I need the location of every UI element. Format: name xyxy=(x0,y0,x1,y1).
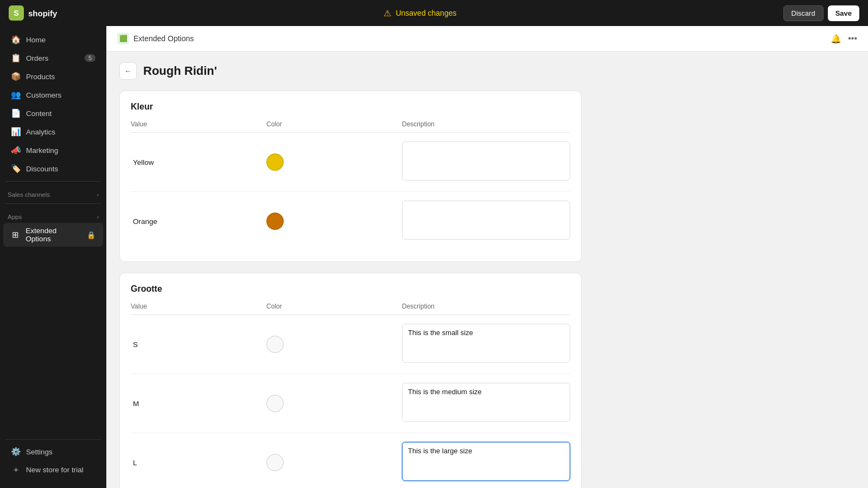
sidebar-item-orders[interactable]: 📋 Orders 5 xyxy=(3,49,103,67)
value-cell: Yellow xyxy=(131,158,266,166)
color-swatch-s[interactable] xyxy=(266,336,284,353)
bell-icon[interactable]: 🔔 xyxy=(831,34,841,44)
sidebar-bottom: ⚙️ Settings ＋ New store for trial xyxy=(0,436,106,484)
sidebar-item-home[interactable]: 🏠 Home xyxy=(3,31,103,48)
sidebar-item-analytics[interactable]: 📊 Analytics xyxy=(3,123,103,140)
value-cell: L xyxy=(131,459,266,467)
app-icon: 🟩 xyxy=(117,33,129,44)
more-options-icon[interactable]: ••• xyxy=(848,34,857,43)
description-cell: This is the medium size xyxy=(402,383,570,424)
description-textarea-orange[interactable] xyxy=(402,201,570,240)
kleur-col-value: Value xyxy=(131,120,266,128)
description-cell: This is the small size xyxy=(402,324,570,365)
back-button[interactable]: ← xyxy=(119,62,137,80)
topbar-actions: Discard Save xyxy=(783,5,859,21)
orders-badge: 5 xyxy=(85,54,95,62)
orders-icon: 📋 xyxy=(11,53,21,63)
sidebar-item-label: Customers xyxy=(26,91,61,99)
sidebar-item-label: Marketing xyxy=(26,146,58,155)
sidebar-divider-3 xyxy=(5,439,101,440)
description-textarea-s[interactable]: This is the small size xyxy=(402,324,570,363)
shopify-logo: S shopify xyxy=(9,5,57,21)
color-cell xyxy=(266,153,402,171)
topbar: S shopify ⚠ Unsaved changes Discard Save xyxy=(0,0,868,26)
color-swatch-orange[interactable] xyxy=(266,213,284,230)
sidebar-item-label: Content xyxy=(26,110,52,118)
apps-label: Apps xyxy=(8,214,22,220)
description-textarea-l[interactable]: This is the large size xyxy=(402,442,570,481)
table-row: Orange xyxy=(131,192,570,251)
warning-icon: ⚠ xyxy=(384,8,391,18)
sidebar-item-label: New store for trial xyxy=(26,466,84,474)
sidebar-item-customers[interactable]: 👥 Customers xyxy=(3,86,103,104)
shopify-bag-icon: S xyxy=(9,5,24,21)
kleur-col-description: Description xyxy=(402,120,570,128)
sidebar-item-label: Orders xyxy=(26,54,48,62)
grootte-card: Grootte Value Color Description S This i… xyxy=(119,273,582,488)
color-swatch-yellow[interactable] xyxy=(266,153,284,171)
table-row: L This is the large size xyxy=(131,433,570,488)
grootte-card-title: Grootte xyxy=(131,284,570,294)
description-cell xyxy=(402,201,570,242)
sidebar: 🏠 Home 📋 Orders 5 📦 Products 👥 Customers… xyxy=(0,26,106,488)
table-row: M This is the medium size xyxy=(131,374,570,433)
content-icon: 📄 xyxy=(11,108,21,118)
sidebar-item-label: Home xyxy=(26,36,46,44)
marketing-icon: 📣 xyxy=(11,145,21,155)
discounts-icon: 🏷️ xyxy=(11,164,21,174)
analytics-icon: 📊 xyxy=(11,127,21,137)
sidebar-item-marketing[interactable]: 📣 Marketing xyxy=(3,142,103,159)
sidebar-item-discounts[interactable]: 🏷️ Discounts xyxy=(3,160,103,177)
sidebar-item-label: Products xyxy=(26,73,55,81)
description-textarea-yellow[interactable] xyxy=(402,142,570,181)
value-cell: Orange xyxy=(131,217,266,226)
sidebar-item-settings[interactable]: ⚙️ Settings xyxy=(3,443,103,460)
settings-icon: ⚙️ xyxy=(11,447,21,457)
products-icon: 📦 xyxy=(11,72,21,81)
sidebar-item-new-store[interactable]: ＋ New store for trial xyxy=(3,461,103,479)
subheader-title: Extended Options xyxy=(133,34,194,43)
unsaved-changes-indicator: ⚠ Unsaved changes xyxy=(384,8,456,18)
description-textarea-m[interactable]: This is the medium size xyxy=(402,383,570,422)
color-cell xyxy=(266,454,402,471)
subheader-right: 🔔 ••• xyxy=(831,34,857,44)
subheader-left: 🟩 Extended Options xyxy=(117,33,194,44)
sidebar-item-label: Discounts xyxy=(26,165,58,173)
save-button[interactable]: Save xyxy=(828,5,859,21)
value-cell: S xyxy=(131,341,266,349)
sidebar-divider-1 xyxy=(5,181,101,182)
kleur-col-color: Color xyxy=(266,120,402,128)
chevron-right-icon-2: › xyxy=(97,214,99,220)
kleur-card: Kleur Value Color Description Yellow xyxy=(119,91,582,262)
apps-section[interactable]: Apps › xyxy=(0,207,106,222)
sidebar-item-label: Settings xyxy=(26,448,53,456)
color-swatch-l[interactable] xyxy=(266,454,284,471)
page: ← Rough Ridin' Kleur Value Color Descrip… xyxy=(106,52,595,488)
table-row: S This is the small size xyxy=(131,315,570,374)
sidebar-item-content[interactable]: 📄 Content xyxy=(3,105,103,122)
shopify-wordmark: shopify xyxy=(28,9,57,18)
sales-channels-section[interactable]: Sales channels › xyxy=(0,185,106,200)
sales-channels-label: Sales channels xyxy=(8,191,50,198)
sidebar-divider-2 xyxy=(5,203,101,204)
sidebar-item-products[interactable]: 📦 Products xyxy=(3,68,103,85)
color-cell xyxy=(266,213,402,230)
home-icon: 🏠 xyxy=(11,35,21,44)
color-cell xyxy=(266,336,402,353)
discard-button[interactable]: Discard xyxy=(783,5,824,21)
new-store-icon: ＋ xyxy=(11,465,21,475)
extended-options-icon: ⊞ xyxy=(11,230,20,240)
sidebar-item-label: Analytics xyxy=(26,128,55,136)
main-content: 🟩 Extended Options 🔔 ••• ← Rough Ridin' … xyxy=(106,26,868,488)
grootte-table-header: Value Color Description xyxy=(131,303,570,315)
description-cell xyxy=(402,142,570,183)
color-swatch-m[interactable] xyxy=(266,395,284,412)
grootte-col-color: Color xyxy=(266,303,402,310)
kleur-table-header: Value Color Description xyxy=(131,120,570,133)
sidebar-item-extended-options[interactable]: ⊞ Extended Options 🔒 xyxy=(3,223,103,247)
description-cell: This is the large size xyxy=(402,442,570,483)
table-row: Yellow xyxy=(131,133,570,192)
sidebar-item-label: Extended Options xyxy=(25,227,81,243)
customers-icon: 👥 xyxy=(11,90,21,100)
page-title: Rough Ridin' xyxy=(143,64,217,78)
